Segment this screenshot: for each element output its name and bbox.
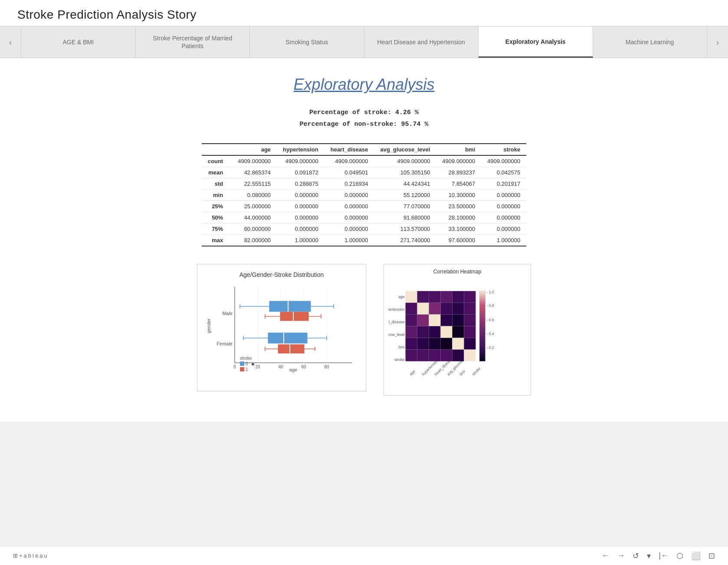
cell-avg_glucose_level: 44.424341 — [374, 178, 436, 190]
logo-icon: ⊞ — [13, 552, 18, 559]
svg-rect-69 — [429, 303, 441, 315]
tab-age-bmi[interactable]: AGE & BMI — [21, 26, 136, 58]
svg-rect-79 — [406, 326, 417, 338]
col-header-heart-disease: heart_disease — [325, 144, 374, 155]
svg-rect-94 — [441, 350, 453, 361]
svg-text:- 1.0: - 1.0 — [486, 290, 494, 294]
svg-rect-77 — [452, 315, 464, 326]
cell-bmi: 7.854067 — [436, 178, 481, 190]
svg-text:heart_disease: heart_disease — [388, 320, 405, 324]
svg-rect-64 — [441, 291, 453, 303]
cell-stroke: 1.000000 — [481, 235, 526, 246]
cell-hypertension: 0.000000 — [277, 223, 325, 235]
svg-rect-67 — [406, 303, 417, 315]
svg-text:bmi: bmi — [399, 345, 405, 349]
svg-rect-75 — [429, 315, 441, 326]
svg-rect-85 — [406, 338, 417, 350]
cell-bmi: 23.500000 — [436, 201, 481, 212]
tab-smoking[interactable]: Smoking Status — [250, 26, 364, 58]
footer-home-btn[interactable]: |← — [659, 551, 669, 560]
svg-rect-68 — [417, 303, 429, 315]
svg-text:20: 20 — [255, 365, 260, 369]
svg-text:hypertension: hypertension — [388, 307, 405, 312]
footer-dropdown-btn[interactable]: ▾ — [647, 551, 651, 561]
svg-rect-83 — [452, 326, 464, 338]
footer-refresh-btn[interactable]: ↺ — [633, 551, 639, 561]
svg-rect-91 — [406, 350, 417, 361]
cell-bmi: 28.100000 — [436, 212, 481, 223]
row-label: 50% — [202, 212, 232, 223]
cell-heart_disease: 0.000000 — [325, 223, 374, 235]
cell-hypertension: 0.000000 — [277, 190, 325, 201]
svg-text:stroke: stroke — [240, 356, 252, 361]
svg-text:- 0.6: - 0.6 — [486, 318, 494, 322]
svg-rect-95 — [452, 350, 464, 361]
tableau-logo: ⊞ + a b l e a u — [13, 552, 47, 559]
cell-heart_disease: 0.000000 — [325, 201, 374, 212]
svg-text:- 0.8: - 0.8 — [486, 304, 494, 308]
tab-ml[interactable]: Machine Learning — [593, 26, 708, 58]
main-content: Exploratory Analysis Percentage of strok… — [0, 58, 728, 422]
table-row: mean42.8653740.0918720.049501105.3051502… — [202, 167, 526, 178]
cell-heart_disease: 0.216934 — [325, 178, 374, 190]
svg-rect-74 — [417, 315, 429, 326]
table-row: max82.0000001.0000001.000000271.74000097… — [202, 235, 526, 246]
cell-avg_glucose_level: 105.305150 — [374, 167, 436, 178]
svg-text:age: age — [408, 369, 416, 377]
footer-fullscreen-btn[interactable]: ⊡ — [708, 551, 715, 561]
svg-rect-93 — [429, 350, 441, 361]
page-title: Stroke Prediction Analysis Story — [17, 8, 711, 22]
boxplot-chart: Age/Gender-Stroke Distribution gender ag… — [197, 264, 366, 391]
svg-rect-66 — [464, 291, 475, 303]
footer-back-btn[interactable]: ← — [601, 551, 609, 560]
footer-download-btn[interactable]: ⬜ — [691, 551, 701, 561]
svg-rect-47 — [240, 367, 244, 371]
cell-avg_glucose_level: 4909.000000 — [374, 155, 436, 167]
footer-forward-btn[interactable]: → — [617, 551, 625, 560]
boxplot-title: Age/Gender-Stroke Distribution — [204, 271, 359, 278]
tab-stroke-married[interactable]: Stroke Percentage of Married Patients — [136, 26, 250, 58]
cell-hypertension: 0.288875 — [277, 178, 325, 190]
col-header-stroke: stroke — [481, 144, 526, 155]
cell-hypertension: 4909.000000 — [277, 155, 325, 167]
svg-text:1: 1 — [246, 367, 248, 372]
col-header-avg-glucose: avg_glucose_level — [374, 144, 436, 155]
cell-heart_disease: 0.000000 — [325, 190, 374, 201]
stats-table: age hypertension heart_disease avg_gluco… — [202, 143, 526, 246]
svg-rect-63 — [429, 291, 441, 303]
cell-stroke: 0.000000 — [481, 201, 526, 212]
cell-avg_glucose_level: 55.120000 — [374, 190, 436, 201]
svg-rect-90 — [464, 338, 475, 350]
table-row: min0.0800000.0000000.00000055.12000010.3… — [202, 190, 526, 201]
cell-bmi: 33.100000 — [436, 223, 481, 235]
footer-share-btn[interactable]: ⬡ — [676, 551, 683, 561]
svg-text:- 0.4: - 0.4 — [486, 332, 494, 336]
svg-text:bmi: bmi — [459, 369, 466, 377]
svg-text:stroke: stroke — [471, 366, 482, 377]
tab-exploratory[interactable]: Exploratory Analysis — [479, 26, 593, 58]
cell-heart_disease: 4909.000000 — [325, 155, 374, 167]
svg-rect-72 — [464, 303, 475, 315]
svg-rect-38 — [278, 345, 304, 353]
row-label: max — [202, 235, 232, 246]
cell-age: 22.555115 — [232, 178, 277, 190]
nav-arrow-right[interactable]: › — [707, 26, 728, 58]
svg-rect-84 — [464, 326, 475, 338]
svg-text:0: 0 — [246, 361, 248, 366]
table-row: 25%25.0000000.0000000.00000077.07000023.… — [202, 201, 526, 212]
nav-tabs: AGE & BMI Stroke Percentage of Married P… — [21, 26, 707, 58]
row-label: std — [202, 178, 232, 190]
svg-rect-70 — [441, 303, 453, 315]
svg-text:◆: ◆ — [251, 361, 255, 366]
nav-arrow-left[interactable]: ‹ — [0, 26, 21, 58]
svg-rect-78 — [464, 315, 475, 326]
svg-text:Male: Male — [222, 311, 233, 316]
svg-text:age: age — [398, 295, 405, 299]
svg-rect-88 — [441, 338, 453, 350]
cell-stroke: 0.000000 — [481, 212, 526, 223]
svg-text:40: 40 — [278, 365, 283, 369]
table-row: count4909.0000004909.0000004909.00000049… — [202, 155, 526, 167]
cell-avg_glucose_level: 113.570000 — [374, 223, 436, 235]
cell-hypertension: 0.000000 — [277, 201, 325, 212]
tab-heart-disease[interactable]: Heart Disease and Hypertension — [364, 26, 479, 58]
